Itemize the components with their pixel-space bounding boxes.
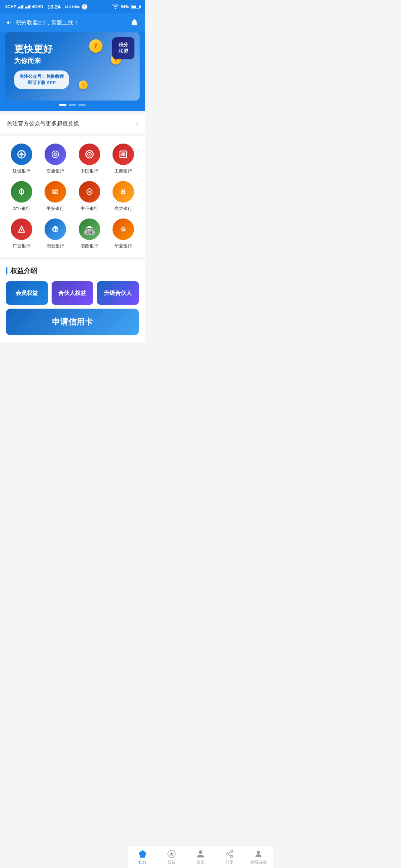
clock-icon: 🕐: [81, 4, 88, 10]
svg-point-1: [20, 153, 23, 156]
banner[interactable]: 更快更好 为你而来 关注公众号：兑换教程 即可下载 APP ¥ ¥ ¥ 积分 联…: [5, 32, 140, 101]
svg-text:B: B: [121, 189, 125, 195]
battery-percent: 54%: [121, 4, 129, 9]
benefits-section: 权益介绍 会员权益 合伙人权益 升级合伙人 申请信用卡: [0, 260, 145, 342]
banner-content: 更快更好 为你而来 关注公众号：兑换教程 即可下载 APP: [5, 36, 140, 96]
dot-2: [69, 104, 76, 106]
bank-icon-ceb: B B: [113, 181, 134, 203]
bank-icon-pab: 平安: [45, 181, 66, 203]
time-text: 13:24: [48, 4, 61, 10]
speaker-icon: [6, 19, 13, 26]
bank-icon-hua: G: [113, 218, 134, 240]
bank-item-comm[interactable]: 交通银行: [40, 144, 71, 174]
dot-1: [59, 104, 66, 106]
banks-section: 建设银行 交通银行 中国银行: [0, 136, 145, 257]
notification-text: 积分联盟2.0，新版上线！: [16, 19, 79, 26]
bank-name-pab: 平安银行: [46, 206, 64, 212]
notification-message: 积分联盟2.0，新版上线！: [6, 19, 79, 26]
bank-icon-comm: [45, 144, 66, 165]
bank-name-spd: 浦发银行: [46, 243, 64, 249]
bank-name-icbc: 工商银行: [114, 168, 132, 174]
dot-3: [78, 104, 86, 106]
bank-icon-psb: [79, 218, 100, 240]
carrier2-text: 4GHD: [32, 4, 43, 9]
bank-name-ceb: 光大银行: [114, 206, 132, 212]
bank-name-cgb: 广发银行: [13, 243, 30, 249]
svg-point-7: [89, 154, 90, 155]
benefits-grid: 会员权益 合伙人权益 升级合伙人: [6, 281, 139, 305]
signal-bars-2: [25, 5, 30, 9]
banner-dots: [5, 104, 140, 106]
svg-point-18: [88, 191, 91, 193]
section-title: 权益介绍: [6, 266, 139, 275]
banner-subtitle: 为你而来: [14, 56, 131, 65]
bank-item-boc[interactable]: 中国银行: [74, 144, 105, 174]
bank-item-ceb[interactable]: B B 光大银行: [108, 181, 139, 212]
bank-icon-abc: [11, 181, 32, 203]
pagination-badge: 1/4: [84, 230, 95, 235]
bank-item-cgb[interactable]: 广发银行: [6, 218, 37, 249]
member-benefits-button[interactable]: 会员权益: [6, 281, 48, 305]
banner-button[interactable]: 关注公众号：兑换教程 即可下载 APP: [14, 70, 69, 89]
bank-item-psb[interactable]: 邮政银行 1/4: [74, 218, 105, 249]
bank-name-ccb: 建设银行: [13, 168, 30, 174]
bank-name-boc: 中国银行: [81, 168, 98, 174]
status-right: 54%: [112, 4, 140, 9]
upgrade-partner-button[interactable]: 升级合伙人: [97, 281, 139, 305]
bank-item-spd[interactable]: 浦发银行: [40, 218, 71, 249]
svg-text:G: G: [121, 226, 125, 232]
chevron-right-icon: ›: [136, 120, 138, 128]
svg-rect-17: [52, 190, 58, 191]
speed-text: 33.9 KB/s: [65, 5, 80, 9]
notification-bar: 积分联盟2.0，新版上线！: [0, 13, 145, 32]
bank-item-abc[interactable]: 农业银行: [6, 181, 37, 212]
status-left: 4GHP 4GHD 13:24 33.9 KB/s 🕐: [5, 4, 88, 10]
signal-bars-1: [18, 5, 23, 9]
bank-icon-spd: [45, 218, 66, 240]
bell-icon[interactable]: [130, 18, 139, 27]
bank-icon-ccb: [11, 144, 32, 165]
svg-point-4: [55, 154, 56, 155]
battery-icon: [131, 5, 140, 9]
promo-bar[interactable]: 关注官方公众号更多超值兑换 ›: [0, 115, 145, 133]
bank-name-hua: 华夏银行: [114, 243, 132, 249]
svg-point-14: [21, 191, 22, 193]
bank-name-citic: 中信银行: [81, 206, 98, 212]
banner-container: 更快更好 为你而来 关注公众号：兑换教程 即可下载 APP ¥ ¥ ¥ 积分 联…: [0, 32, 145, 111]
title-bar: [6, 267, 7, 274]
carrier1-text: 4GHP: [5, 4, 16, 9]
banner-title: 更快更好: [14, 43, 131, 55]
bank-name-abc: 农业银行: [13, 206, 30, 212]
bank-item-pab[interactable]: 平安 平安银行: [40, 181, 71, 212]
bank-item-icbc[interactable]: 工商银行: [108, 144, 139, 174]
section-title-text: 权益介绍: [10, 266, 37, 275]
bank-icon-citic: [79, 181, 100, 203]
bank-icon-cgb: [11, 218, 32, 240]
banks-grid: 建设银行 交通银行 中国银行: [6, 144, 139, 249]
bank-name-comm: 交通银行: [46, 168, 64, 174]
bank-name-psb: 邮政银行: [81, 243, 98, 249]
wifi-icon: [112, 4, 119, 9]
bank-item-hua[interactable]: G 华夏银行: [108, 218, 139, 249]
bank-item-ccb[interactable]: 建设银行: [6, 144, 37, 174]
credit-card-button[interactable]: 申请信用卡: [6, 309, 139, 335]
partner-benefits-button[interactable]: 合伙人权益: [52, 281, 94, 305]
bank-item-citic[interactable]: 中信银行: [74, 181, 105, 212]
status-bar: 4GHP 4GHD 13:24 33.9 KB/s 🕐 54%: [0, 0, 145, 13]
bank-icon-icbc: [113, 144, 134, 165]
promo-text: 关注官方公众号更多超值兑换: [7, 120, 79, 127]
bank-icon-boc: [79, 144, 100, 165]
svg-point-21: [20, 229, 22, 231]
